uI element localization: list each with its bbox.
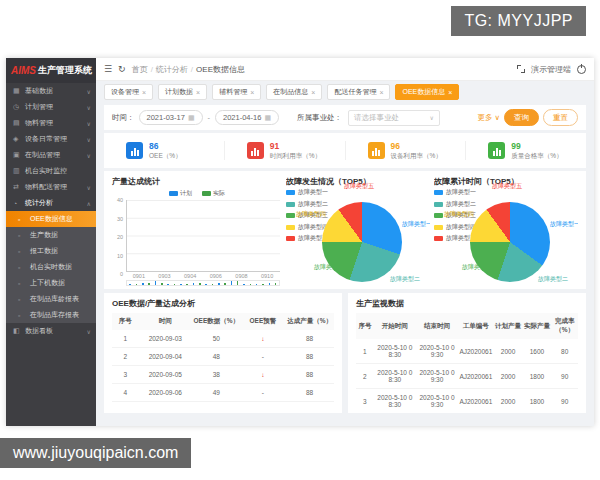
table-row[interactable]: 12020-09-0350↓88 — [112, 330, 334, 348]
close-icon[interactable]: × — [196, 89, 200, 96]
table-cell: 2000 — [494, 364, 523, 389]
table-cell: 1 — [112, 330, 139, 348]
sidebar-subitem-6[interactable]: ▫在制品库存报表 — [6, 307, 96, 323]
sidebar-subitem-1[interactable]: ▫生产数据 — [6, 227, 96, 243]
refresh-icon[interactable]: ↻ — [118, 64, 126, 74]
tab-label: 计划数据 — [165, 87, 193, 97]
sidebar-item-5[interactable]: ▥机台实时监控 — [6, 163, 96, 179]
table-row[interactable]: 32020-5-10 08:302020-5-10 09:30AJ2020061… — [356, 389, 578, 414]
sidebar-item-label: 设备日常管理 — [25, 134, 67, 144]
pie-slice-label: 故障类型三 — [462, 263, 492, 272]
hamburger-icon[interactable]: ☰ — [104, 64, 112, 74]
sidebar-submenu: ▫OEE数据信息▫生产数据▫报工数据▫机台实时数据▫上下机数据▫在制品库龄报表▫… — [6, 211, 96, 323]
more-link[interactable]: 更多 ∨ — [477, 113, 500, 123]
table-cell: 2020-5-10 08:30 — [374, 364, 416, 389]
breadcrumb-item[interactable]: OEE数据信息 — [196, 65, 245, 74]
sidebar-item-footer[interactable]: ◧数据看板∨ — [6, 323, 96, 339]
kpi-card-2: 96设备利用率（%） — [345, 141, 466, 160]
watermark: www.jiuyouqipaicn.com — [0, 438, 191, 468]
table-row[interactable]: 32020-09-0538↓88 — [112, 366, 334, 384]
sidebar-menu: ▦基础数据∨◷计划管理∨▤物料管理∨◈设备日常管理∨▣在制品管理∨▥机台实时监控… — [6, 83, 96, 339]
kpi-value: 91 — [270, 141, 321, 152]
legend-swatch — [286, 190, 295, 195]
sidebar-item-0[interactable]: ▦基础数据∨ — [6, 83, 96, 99]
breadcrumb-separator: / — [191, 65, 193, 74]
tab-1[interactable]: 计划数据× — [158, 84, 207, 100]
chevron-down-icon: ∨ — [87, 184, 91, 191]
legend-item[interactable]: 计划 — [169, 189, 192, 198]
dept-select[interactable]: 请选择事业处 ∨ — [348, 110, 440, 126]
close-icon[interactable]: × — [448, 89, 452, 96]
sidebar-item-7[interactable]: ◔统计分析∧ — [6, 195, 96, 211]
date-start-input[interactable]: 2021-03-17 ▦ — [139, 110, 203, 125]
grid-icon: ▦ — [13, 87, 22, 95]
close-icon[interactable]: × — [311, 89, 315, 96]
logout-icon[interactable] — [577, 65, 586, 74]
wip-icon: ▣ — [13, 151, 22, 159]
analysis-icon: ◔ — [13, 200, 22, 207]
x-tick-label: 0906 — [210, 273, 222, 279]
breadcrumb-item[interactable]: 统计分析 — [156, 65, 188, 74]
table-cell: 2020-5-10 09:30 — [416, 339, 458, 364]
fullscreen-icon[interactable] — [517, 65, 525, 73]
legend-item[interactable]: 故障类型四 — [434, 223, 476, 232]
table-cell: ↓ — [241, 366, 285, 384]
reset-button[interactable]: 重置 — [543, 109, 578, 126]
sidebar-subitem-0[interactable]: ▫OEE数据信息 — [6, 211, 96, 227]
sidebar-subitem-4[interactable]: ▫上下机数据 — [6, 275, 96, 291]
tab-3[interactable]: 在制品信息× — [266, 84, 322, 100]
date-range-separator: - — [208, 113, 211, 122]
table-cell: 1800 — [522, 389, 551, 414]
pie-slice-label: 故障类型二 — [390, 275, 420, 284]
sidebar-item-3[interactable]: ◈设备日常管理∨ — [6, 131, 96, 147]
table-cell: 2020-5-10 09:30 — [416, 389, 458, 414]
legend-item[interactable]: 故障类型二 — [286, 200, 328, 209]
doc-icon: ▫ — [18, 232, 27, 239]
table-row[interactable]: 22020-5-10 08:302020-5-10 09:30AJ2020061… — [356, 364, 578, 389]
table-row[interactable]: 22020-09-0448-88 — [112, 348, 334, 366]
search-button[interactable]: 查询 — [504, 109, 539, 126]
kpi-label: 质量合格率（%） — [511, 152, 562, 160]
sidebar-subitem-label: 机台实时数据 — [30, 262, 72, 272]
date-end-input[interactable]: 2021-04-16 ▦ — [215, 110, 279, 125]
legend-item[interactable]: 实际 — [202, 189, 225, 198]
tab-4[interactable]: 配送任务管理× — [327, 84, 390, 100]
sidebar-subitem-3[interactable]: ▫机台实时数据 — [6, 259, 96, 275]
sidebar-subitem-5[interactable]: ▫在制品库龄报表 — [6, 291, 96, 307]
table-cell: 88 — [285, 384, 334, 402]
legend-item[interactable]: 故障类型一 — [286, 188, 328, 197]
sidebar-item-2[interactable]: ▤物料管理∨ — [6, 115, 96, 131]
user-name[interactable]: 演示管理端 — [531, 64, 571, 75]
legend-item[interactable]: 故障类型四 — [286, 223, 328, 232]
legend-swatch — [169, 191, 178, 196]
sidebar-item-1[interactable]: ◷计划管理∨ — [6, 99, 96, 115]
legend-item[interactable]: 故障类型二 — [434, 200, 476, 209]
tab-0[interactable]: 设备管理× — [104, 84, 153, 100]
column-header: 实际产量 — [522, 313, 551, 339]
table-row[interactable]: 42020-09-0649-88 — [112, 384, 334, 402]
pie-slice-label: 故障类型四 — [444, 210, 474, 219]
app-window: AIMS 生产管理系统 ▦基础数据∨◷计划管理∨▤物料管理∨◈设备日常管理∨▣在… — [6, 58, 594, 426]
legend-label: 故障类型一 — [446, 188, 476, 197]
close-icon[interactable]: × — [250, 89, 254, 96]
sidebar-subitem-2[interactable]: ▫报工数据 — [6, 243, 96, 259]
tab-2[interactable]: 辅料管理× — [212, 84, 261, 100]
y-tick-label: 40 — [117, 197, 123, 203]
time-filter-label: 时间： — [112, 113, 135, 123]
pie-slice-label: 故障类型四 — [296, 210, 326, 219]
legend-item[interactable]: 故障类型一 — [434, 188, 476, 197]
x-axis-labels: 090109030904090609080910 — [126, 273, 280, 279]
sidebar-subitem-label: 报工数据 — [30, 246, 58, 256]
sidebar-item-6[interactable]: ⇄物料配送管理∨ — [6, 179, 96, 195]
close-icon[interactable]: × — [379, 89, 383, 96]
table-row[interactable]: 12020-5-10 08:302020-5-10 09:30AJ2020061… — [356, 339, 578, 364]
sidebar-item-4[interactable]: ▣在制品管理∨ — [6, 147, 96, 163]
close-icon[interactable]: × — [142, 89, 146, 96]
table-cell: 2020-09-04 — [139, 348, 192, 366]
sidebar-item-label: 物料配送管理 — [25, 182, 67, 192]
column-header: OEE预警 — [241, 313, 285, 330]
doc-icon: ▫ — [18, 296, 27, 303]
datazoom-slider[interactable] — [126, 280, 280, 286]
breadcrumb-item[interactable]: 首页 — [132, 65, 148, 74]
tab-5[interactable]: OEE数据信息× — [395, 84, 459, 100]
